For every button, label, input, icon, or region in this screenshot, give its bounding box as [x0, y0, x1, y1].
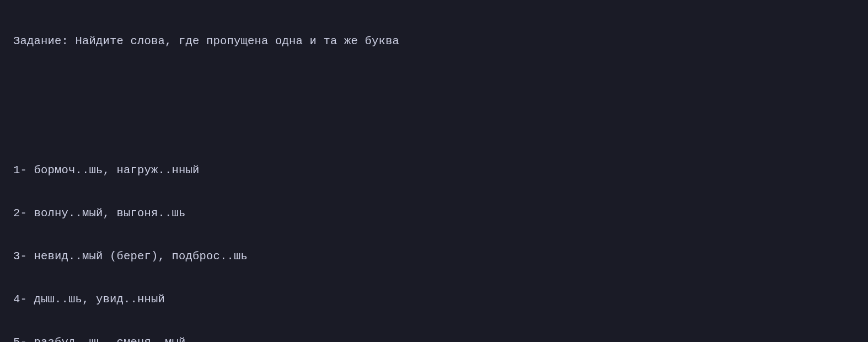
- terminal-output[interactable]: Задание: Найдите слова, где пропущена од…: [0, 0, 868, 342]
- option-line-5: 5- разбуд..шь, сменя..мый: [13, 332, 855, 342]
- task-text: Найдите слова, где пропущена одна и та ж…: [76, 35, 400, 47]
- task-line: Задание: Найдите слова, где пропущена од…: [13, 30, 855, 52]
- task-label: Задание:: [13, 35, 76, 47]
- option-line-2: 2- волну..мый, выгоня..шь: [13, 202, 855, 224]
- blank-line: [13, 116, 855, 138]
- option-line-3: 3- невид..мый (берег), подброс..шь: [13, 245, 855, 267]
- option-line-1: 1- бормоч..шь, нагруж..нный: [13, 159, 855, 181]
- blank-line: [13, 73, 855, 95]
- option-line-4: 4- дыш..шь, увид..нный: [13, 288, 855, 310]
